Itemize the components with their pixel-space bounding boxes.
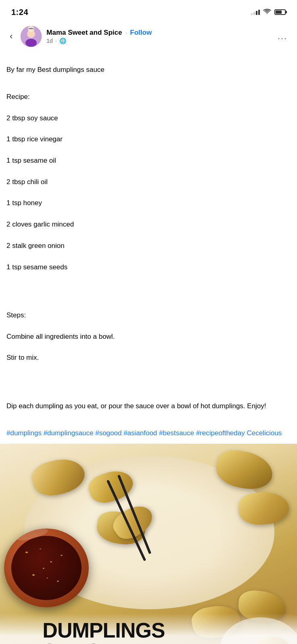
ingredient-1: 2 tbsp soy sauce [6, 113, 291, 124]
post-image: Best DUMPLINGS SAUCE [0, 444, 297, 644]
status-icons [251, 8, 286, 16]
image-overlay: Best DUMPLINGS SAUCE [0, 613, 297, 644]
hashtags[interactable]: #dumplings #dumplingsauce #sogood #asian… [6, 428, 291, 438]
back-button[interactable]: ‹ [6, 29, 16, 43]
header-info: Mama Sweet and Spice · Follow 1d · 🌐 [46, 29, 269, 44]
ingredient-5: 1 tsp honey [6, 198, 291, 208]
svg-point-2 [25, 39, 37, 47]
step-2: Stir to mix. [6, 354, 39, 361]
ingredient-8: 1 tsp sesame seeds [6, 262, 291, 273]
globe-icon: 🌐 [59, 38, 66, 44]
avatar[interactable] [21, 26, 42, 47]
steps-header: Steps: [6, 311, 26, 319]
follow-button[interactable]: Follow [130, 29, 152, 37]
dumpling-scene: Best DUMPLINGS SAUCE [0, 444, 297, 644]
name-row: Mama Sweet and Spice · Follow [46, 29, 269, 37]
post-text: By far my Best dumplings sauce Recipe: 2… [6, 54, 291, 422]
dumplings-text: DUMPLINGS [42, 620, 165, 641]
ingredient-3: 1 tsp sesame oil [6, 155, 291, 166]
meta-dot: · [55, 38, 57, 44]
ingredient-4: 2 tbsp chili oil [6, 177, 291, 187]
poster-name[interactable]: Mama Sweet and Spice [46, 29, 122, 37]
post-content: By far my Best dumplings sauce Recipe: 2… [0, 51, 297, 444]
wifi-icon [263, 8, 271, 16]
battery-icon [274, 9, 286, 15]
more-options-button[interactable]: ... [274, 29, 291, 43]
recipe-header: Recipe: [6, 92, 291, 102]
post-header: ‹ Mama Sweet and Spice · Follow 1d · 🌐 .… [0, 22, 297, 51]
ingredient-6: 2 cloves garlic minced [6, 219, 291, 230]
step-1: Combine all ingredients into a bowl. [6, 333, 115, 340]
best-text: Best [8, 642, 42, 644]
status-bar: 1:24 [0, 0, 297, 22]
closing-text: Dip each dumpling as you eat, or pour th… [6, 380, 291, 411]
signal-icon [251, 9, 260, 15]
closing: Dip each dumpling as you eat, or pour th… [6, 402, 266, 410]
post-time: 1d [46, 38, 53, 44]
status-time: 1:24 [11, 8, 28, 17]
separator: · [125, 29, 127, 36]
post-intro: By far my Best dumplings sauce [6, 65, 291, 75]
steps-section: Steps: Combine all ingredients into a bo… [6, 289, 291, 363]
avatar-image [21, 26, 42, 47]
ingredient-2: 1 tbsp rice vinegar [6, 134, 291, 145]
post-meta: 1d · 🌐 [46, 38, 269, 44]
ingredient-7: 2 stalk green onion [6, 241, 291, 251]
